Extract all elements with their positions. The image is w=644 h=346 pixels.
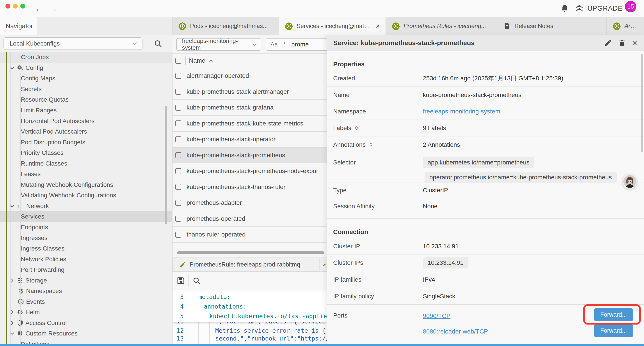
search-input[interactable]: Aa .* prome — [266, 38, 327, 51]
namespace-link[interactable]: freeleaps-monitoring-system — [423, 108, 500, 115]
tab-editor-partial[interactable] — [320, 258, 327, 271]
match-case-toggle[interactable]: Aa — [270, 41, 278, 48]
property-row-session-affinity: Session Affinity None — [327, 198, 644, 219]
cluster-ips-chip: 10.233.14.91 — [423, 257, 468, 269]
upgrade-button[interactable]: UPGRADE — [574, 0, 622, 17]
back-arrow-icon[interactable]: ← — [34, 2, 44, 15]
row-checkbox[interactable] — [175, 184, 181, 190]
forward-arrow-icon[interactable]: → — [48, 2, 58, 15]
tab-release-notes[interactable]: Release Notes — [497, 17, 607, 35]
kubeconfig-selector[interactable]: Local Kubeconfigs — [4, 37, 142, 50]
search-icon[interactable] — [154, 39, 163, 48]
expand-toggle-icon[interactable] — [354, 125, 359, 131]
namespace-filter-select[interactable]: freeleaps-monitoring-system — [176, 38, 261, 51]
regex-toggle[interactable]: .* — [282, 41, 286, 48]
assistant-avatar[interactable] — [622, 174, 637, 189]
sidebar-item-runtime-classes[interactable]: Runtime Classes — [0, 158, 172, 169]
detail-scrollbar[interactable] — [641, 54, 643, 152]
row-checkbox[interactable] — [175, 200, 181, 206]
close-tab-icon[interactable]: × — [376, 22, 380, 30]
sidebar-item-config-maps[interactable]: Config Maps — [0, 73, 172, 84]
tab-pods[interactable]: Pods - icecheng@mathmas... — [172, 17, 279, 35]
row-checkbox[interactable] — [175, 73, 181, 79]
row-checkbox[interactable] — [175, 232, 181, 238]
navigator-scrollbar[interactable] — [165, 106, 167, 224]
sidebar-group-storage[interactable]: Storage — [0, 275, 172, 286]
sidebar-group-config[interactable]: Config — [0, 63, 172, 73]
sidebar-item-ingress-classes[interactable]: Ingress Classes — [0, 243, 172, 254]
sidebar-item-mutating-webhook-configurations[interactable]: Mutating Webhook Configurations — [0, 180, 172, 190]
row-checkbox[interactable] — [175, 89, 181, 95]
sidebar-item-priority-classes[interactable]: Priority Classes — [0, 148, 172, 158]
table-row[interactable]: kube-prometheus-stack-alertmanager — [172, 84, 327, 100]
table-row[interactable]: thanos-ruler-operated — [172, 227, 327, 243]
sidebar-item-ingresses[interactable]: Ingresses — [0, 233, 172, 243]
sidebar-item-vertical-pod-autoscalers[interactable]: Vertical Pod Autoscalers — [0, 126, 172, 137]
sidebar-item-pod-disruption-budgets[interactable]: Pod Disruption Budgets — [0, 137, 172, 148]
forward-button-8080[interactable]: Forward... — [594, 324, 633, 337]
tab-prometheusrule-editor[interactable]: PrometheusRule: freeleaps-prod-rabbitmq — [173, 258, 319, 271]
notification-badge[interactable]: 15 — [625, 1, 636, 12]
save-icon[interactable] — [176, 276, 186, 286]
property-row-labels: Labels 9 Labels — [327, 120, 644, 136]
delete-icon[interactable] — [618, 39, 626, 47]
sidebar-item-resource-quotas[interactable]: Resource Quotas — [0, 94, 172, 105]
sidebar-item-services[interactable]: Services — [0, 211, 172, 222]
close-window-icon[interactable] — [6, 4, 10, 8]
sidebar-item-namespaces[interactable]: Namespaces — [0, 286, 172, 297]
sidebar-item-validating-webhook-configurations[interactable]: Validating Webhook Configurations — [0, 190, 172, 201]
sidebar-group-network[interactable]: ↑↓ Network — [0, 201, 172, 212]
table-row[interactable]: kube-prometheus-stack-grafana — [172, 100, 327, 116]
table-row[interactable]: kube-prometheus-stack-prometheus-node-ex… — [172, 163, 327, 179]
sidebar-item-port-forwarding[interactable]: Port Forwarding — [0, 265, 172, 275]
tab-prometheus-rules[interactable]: Prometheus Rules - icecheng... — [386, 17, 497, 35]
notification-bell-icon[interactable] — [560, 0, 569, 17]
table-row[interactable]: prometheus-adapter — [172, 195, 327, 211]
sidebar-group-access-control[interactable]: Access Control — [0, 318, 172, 329]
expand-toggle-icon[interactable] — [368, 142, 374, 147]
table-row-selected[interactable]: kube-prometheus-stack-prometheus — [172, 148, 327, 164]
table-row[interactable]: kube-prometheus-stack-operator — [172, 132, 327, 148]
kubernetes-icon — [392, 22, 400, 30]
port-link-8080[interactable]: 8080:reloader-web/TCP — [423, 328, 488, 335]
select-all-checkbox[interactable] — [175, 58, 181, 64]
sidebar-item-horizontal-pod-autoscalers[interactable]: Horizontal Pod Autoscalers — [0, 116, 172, 126]
sidebar-item-secrets[interactable]: Secrets — [0, 84, 172, 95]
tab-argo[interactable]: Argo Se — [607, 17, 644, 35]
sidebar-item-endpoints[interactable]: Endpoints — [0, 222, 172, 233]
table-row[interactable]: kube-prometheus-stack-kube-state-metrics — [172, 116, 327, 132]
sidebar-item-network-policies[interactable]: Network Policies — [0, 254, 172, 265]
sidebar-group-custom-resources[interactable]: Custom Resources — [0, 328, 172, 339]
detail-header: Service: kube-prometheus-stack-prometheu… — [327, 35, 644, 51]
row-checkbox[interactable] — [175, 216, 181, 222]
edit-icon[interactable] — [604, 39, 612, 47]
pencil-icon — [323, 261, 327, 268]
table-row[interactable]: kube-prometheus-stack-thanos-ruler — [172, 179, 327, 195]
sidebar-item-events[interactable]: Events — [0, 297, 172, 307]
row-checkbox[interactable] — [175, 152, 181, 158]
row-checkbox[interactable] — [175, 105, 181, 111]
horizontal-scrollbar[interactable] — [177, 251, 324, 254]
minimize-window-icon[interactable] — [13, 4, 18, 8]
sidebar-item-leases[interactable]: Leases — [0, 169, 172, 180]
tab-navigator[interactable]: Navigator — [0, 17, 37, 35]
tab-services[interactable]: Services - icecheng@math... × — [279, 17, 386, 35]
yaml-editor[interactable]: 11 ","for":"1m","labels":{"service":" 12… — [172, 290, 327, 346]
row-checkbox[interactable] — [175, 136, 181, 142]
zoom-window-icon[interactable] — [20, 4, 25, 8]
chevron-down-icon — [252, 42, 257, 47]
close-icon[interactable]: × — [632, 39, 637, 47]
property-row-annotations: Annotations 2 Annotations — [327, 136, 644, 153]
find-icon[interactable] — [192, 276, 201, 285]
sidebar-item-cron-jobs[interactable]: Cron Jobs — [0, 52, 172, 63]
sort-ascending-icon[interactable] — [208, 58, 214, 63]
row-checkbox[interactable] — [175, 168, 181, 174]
table-row[interactable]: alertmanager-operated — [172, 68, 327, 84]
row-checkbox[interactable] — [175, 120, 181, 126]
table-row[interactable]: prometheus-operated — [172, 211, 327, 227]
column-header-name[interactable]: Name — [189, 57, 206, 64]
sidebar-item-limit-ranges[interactable]: Limit Ranges — [0, 105, 172, 116]
port-link-9090[interactable]: 9090/TCP — [423, 313, 450, 320]
sidebar-group-helm[interactable]: Helm — [0, 307, 172, 318]
runbook-url-link[interactable]: https://net — [301, 335, 327, 342]
